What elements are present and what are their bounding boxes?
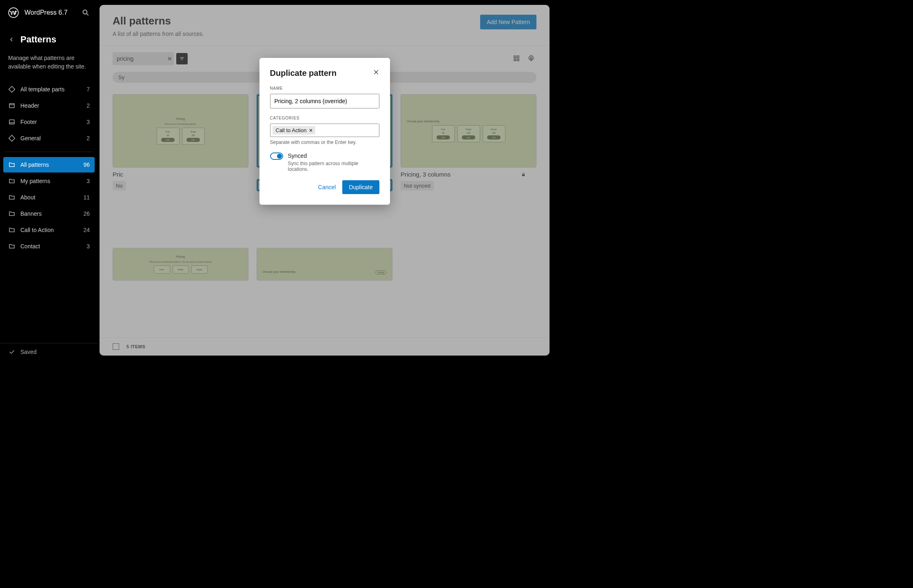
sidebar: WordPress 6.7 Patterns Manage what patte… xyxy=(0,0,98,360)
sidebar-description: Manage what patterns are available when … xyxy=(8,54,90,71)
nav-item-all-patterns[interactable]: All patterns 96 xyxy=(3,157,95,172)
synced-label: Synced xyxy=(288,153,379,159)
folder-icon xyxy=(8,243,16,250)
svg-rect-3 xyxy=(9,86,15,93)
back-chevron-icon[interactable] xyxy=(8,36,15,43)
svg-rect-8 xyxy=(9,135,15,141)
folder-icon xyxy=(8,210,16,217)
nav-label: About xyxy=(20,194,35,201)
nav-item-my-patterns[interactable]: My patterns 3 xyxy=(3,173,95,189)
chip-label: Call to Action xyxy=(276,127,307,133)
nav-label: General xyxy=(20,135,41,141)
folder-icon xyxy=(8,177,16,185)
nav-template-parts: All template parts 7 Header 2 Footer 3 G… xyxy=(0,82,98,147)
nav-label: Footer xyxy=(20,119,37,125)
nav-item-contact[interactable]: Contact 3 xyxy=(3,239,95,254)
nav-patterns: All patterns 96 My patterns 3 About 11 B… xyxy=(0,157,98,255)
check-icon xyxy=(8,348,16,356)
header-icon xyxy=(8,102,16,109)
cancel-button[interactable]: Cancel xyxy=(318,184,336,190)
nav-count: 2 xyxy=(86,102,90,109)
diamond-icon xyxy=(8,86,16,93)
nav-label: Call to Action xyxy=(20,227,54,233)
site-title[interactable]: WordPress 6.7 xyxy=(24,9,68,16)
nav-item-call-to-action[interactable]: Call to Action 24 xyxy=(3,222,95,238)
nav-item-header[interactable]: Header 2 xyxy=(3,98,95,113)
search-icon[interactable] xyxy=(82,9,90,17)
nav-count: 11 xyxy=(83,194,90,201)
close-icon xyxy=(373,69,379,75)
svg-rect-4 xyxy=(9,104,14,108)
nav-label: Contact xyxy=(20,243,40,250)
categories-hint: Separate with commas or the Enter key. xyxy=(270,139,379,145)
name-field-label: Name xyxy=(270,86,379,91)
category-chip: Call to Action ✕ xyxy=(273,126,316,135)
nav-count: 24 xyxy=(83,227,90,233)
synced-toggle[interactable] xyxy=(270,153,283,160)
nav-label: All template parts xyxy=(20,86,64,93)
nav-label: Header xyxy=(20,102,39,109)
footer-icon xyxy=(8,118,16,126)
modal-overlay[interactable]: Duplicate pattern Name Categories Call t… xyxy=(100,5,550,356)
nav-item-about[interactable]: About 11 xyxy=(3,190,95,205)
nav-item-banners[interactable]: Banners 26 xyxy=(3,206,95,221)
wordpress-logo-icon xyxy=(8,7,19,18)
nav-count: 3 xyxy=(86,178,90,184)
saved-label: Saved xyxy=(20,349,37,355)
remove-chip-icon[interactable]: ✕ xyxy=(309,128,313,133)
nav-count: 3 xyxy=(86,243,90,250)
divider xyxy=(5,152,93,152)
duplicate-pattern-modal: Duplicate pattern Name Categories Call t… xyxy=(259,58,390,205)
close-button[interactable] xyxy=(373,69,379,77)
nav-label: All patterns xyxy=(20,161,49,168)
nav-count: 26 xyxy=(83,210,90,217)
nav-count: 96 xyxy=(83,161,90,168)
categories-field[interactable]: Call to Action ✕ xyxy=(270,124,379,137)
nav-item-all-template-parts[interactable]: All template parts 7 xyxy=(3,82,95,97)
nav-count: 7 xyxy=(86,86,90,93)
synced-description: Sync this pattern across multiple locati… xyxy=(288,161,379,172)
sidebar-heading: Patterns xyxy=(20,34,56,45)
folder-icon xyxy=(8,226,16,234)
main-panel: All patterns A list of all patterns from… xyxy=(100,5,550,356)
nav-count: 3 xyxy=(86,119,90,125)
folder-icon xyxy=(8,194,16,201)
nav-item-footer[interactable]: Footer 3 xyxy=(3,114,95,130)
top-bar: WordPress 6.7 xyxy=(0,0,98,23)
nav-label: Banners xyxy=(20,210,42,217)
name-field[interactable] xyxy=(270,94,379,108)
modal-title: Duplicate pattern xyxy=(270,69,337,78)
diamond-icon xyxy=(8,135,16,142)
folder-icon xyxy=(8,161,16,168)
duplicate-button[interactable]: Duplicate xyxy=(342,180,379,194)
nav-item-general[interactable]: General 2 xyxy=(3,130,95,146)
saved-status: Saved xyxy=(0,343,98,360)
nav-label: My patterns xyxy=(20,178,50,184)
svg-line-2 xyxy=(87,14,89,15)
nav-count: 2 xyxy=(86,135,90,141)
svg-rect-6 xyxy=(9,120,14,124)
categories-field-label: Categories xyxy=(270,116,379,120)
svg-point-1 xyxy=(83,10,87,14)
